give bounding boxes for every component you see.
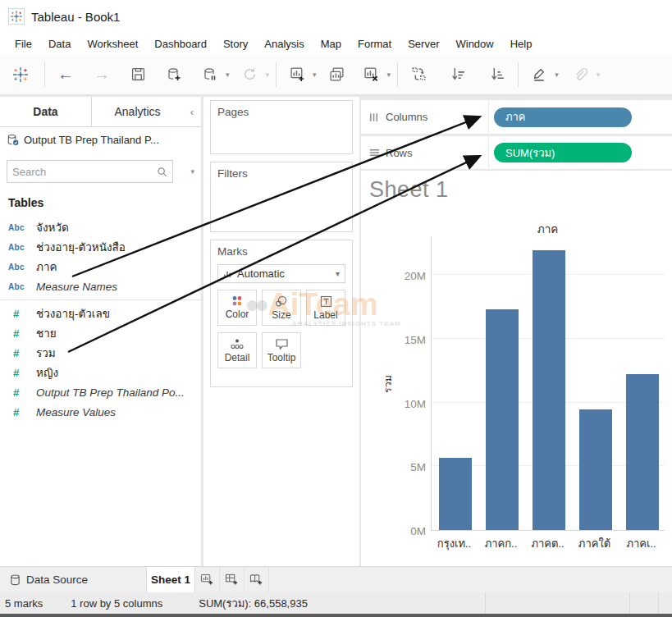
field-name: Measure Values bbox=[36, 406, 116, 418]
pause-updates-caret-icon[interactable]: ▾ bbox=[226, 71, 230, 79]
sort-ascending-icon[interactable] bbox=[444, 61, 472, 89]
collapse-panel-icon[interactable]: ‹ bbox=[183, 97, 201, 126]
bar-mark[interactable] bbox=[626, 374, 659, 530]
tooltip-button[interactable]: Tooltip bbox=[262, 332, 301, 368]
string-type-icon: Abc bbox=[8, 223, 30, 232]
tableau-logo-icon bbox=[8, 8, 25, 25]
y-axis-title[interactable]: รวม bbox=[380, 375, 396, 393]
sheet1-tab[interactable]: Sheet 1 bbox=[146, 567, 195, 592]
bar-mark[interactable] bbox=[533, 250, 565, 530]
menu-item-story[interactable]: Story bbox=[215, 35, 256, 53]
bar-mark[interactable] bbox=[579, 409, 612, 530]
number-type-icon: # bbox=[8, 347, 30, 359]
menu-item-data[interactable]: Data bbox=[40, 35, 79, 53]
pause-auto-updates-icon[interactable] bbox=[196, 61, 224, 89]
search-input[interactable] bbox=[12, 166, 157, 178]
dimensions-measures-divider bbox=[0, 299, 201, 300]
sort-descending-icon[interactable] bbox=[483, 61, 511, 89]
field-row[interactable]: #ช่วงอายุ-ตัวเลข bbox=[0, 304, 201, 323]
field-row[interactable]: #Measure Values bbox=[0, 402, 201, 422]
columns-shelf[interactable]: Columns ภาค bbox=[361, 100, 672, 134]
menu-item-file[interactable]: File bbox=[7, 35, 40, 53]
mark-type-dropdown[interactable]: Automatic ▾ bbox=[217, 264, 345, 283]
x-axis-category-label[interactable]: ภาคใต้ bbox=[571, 535, 618, 552]
clear-sheet-icon[interactable] bbox=[358, 61, 386, 89]
new-worksheet-caret-icon[interactable]: ▾ bbox=[313, 71, 317, 79]
redo-forward-icon: → bbox=[88, 61, 116, 89]
columns-pill[interactable]: ภาค bbox=[494, 107, 632, 127]
swap-rows-columns-icon[interactable] bbox=[405, 61, 432, 89]
size-label: Size bbox=[272, 309, 290, 321]
new-story-tab-button[interactable] bbox=[245, 567, 269, 592]
view-options-grid-icon[interactable] bbox=[184, 167, 185, 177]
menu-item-worksheet[interactable]: Worksheet bbox=[79, 35, 146, 53]
rows-shelf-label: Rows bbox=[361, 147, 488, 159]
x-axis-category-label[interactable]: ภาคต.. bbox=[524, 535, 571, 552]
field-row[interactable]: AbcMeasure Names bbox=[0, 277, 201, 296]
new-dashboard-tab-button[interactable] bbox=[220, 567, 245, 592]
datasource-item[interactable]: Output TB Prep Thailand P... bbox=[0, 127, 201, 152]
new-worksheet-icon[interactable] bbox=[283, 61, 311, 89]
field-row[interactable]: Abcภาค bbox=[0, 257, 201, 277]
x-axis-category-label[interactable]: กรุงเท.. bbox=[431, 535, 478, 552]
field-row[interactable]: #หญิง bbox=[0, 363, 201, 382]
chart-column-header[interactable]: ภาค bbox=[431, 220, 665, 238]
color-button[interactable]: Color bbox=[217, 290, 257, 326]
refresh-caret-icon: ▾ bbox=[266, 71, 270, 79]
worksheet-panel: Columns ภาค Rows SUM(รวม) Sheet 1 ภาค รว… bbox=[361, 97, 672, 566]
filter-funnel-icon[interactable] bbox=[178, 166, 179, 177]
rows-pills: SUM(รวม) bbox=[488, 136, 672, 169]
tab-analytics[interactable]: Analytics bbox=[92, 97, 183, 126]
status-row-col-count: 1 row by 5 columns bbox=[71, 597, 162, 610]
undo-back-icon[interactable]: ← bbox=[52, 61, 80, 89]
x-axis-category-label[interactable]: ภาคก.. bbox=[478, 535, 524, 552]
menu-item-window[interactable]: Window bbox=[447, 35, 501, 53]
titlebar: Tableau - Book1 bbox=[0, 0, 672, 33]
string-type-icon: Abc bbox=[8, 282, 30, 291]
field-row[interactable]: #ชาย bbox=[0, 323, 201, 343]
field-row[interactable]: Abcจังหวัด bbox=[0, 217, 201, 237]
search-box[interactable] bbox=[7, 160, 173, 183]
view-options-caret-icon[interactable]: ▾ bbox=[190, 167, 194, 176]
bar-mark[interactable] bbox=[439, 458, 472, 530]
menu-item-server[interactable]: Server bbox=[400, 35, 447, 53]
filters-shelf[interactable]: Filters bbox=[210, 162, 353, 232]
pages-shelf[interactable]: Pages bbox=[210, 100, 353, 154]
field-name: ภาค bbox=[36, 258, 57, 276]
tab-data[interactable]: Data bbox=[0, 97, 92, 126]
rows-icon bbox=[369, 148, 380, 158]
size-button[interactable]: Size bbox=[262, 290, 301, 326]
data-source-tab[interactable]: Data Source bbox=[0, 567, 146, 592]
detail-button[interactable]: Detail bbox=[217, 332, 257, 368]
menu-item-analysis[interactable]: Analysis bbox=[256, 35, 312, 53]
highlight-icon[interactable] bbox=[525, 61, 553, 89]
rows-pill[interactable]: SUM(รวม) bbox=[494, 143, 632, 162]
cards-panel: Pages Filters Marks Automatic ▾ bbox=[203, 97, 359, 566]
toolbar-separator bbox=[276, 62, 277, 87]
highlight-caret-icon[interactable]: ▾ bbox=[555, 71, 559, 79]
x-axis-category-label[interactable]: ภาคเ.. bbox=[618, 535, 665, 552]
tables-heading: Tables bbox=[0, 183, 201, 216]
save-icon[interactable] bbox=[124, 61, 152, 89]
sheet-tabstrip: Data Source Sheet 1 bbox=[0, 566, 672, 592]
menu-item-dashboard[interactable]: Dashboard bbox=[146, 35, 215, 53]
number-type-icon: # bbox=[8, 406, 30, 418]
toolbar: ← → ▾ ▾ bbox=[0, 54, 672, 95]
clear-sheet-caret-icon[interactable]: ▾ bbox=[387, 71, 391, 79]
tableau-home-icon[interactable] bbox=[7, 61, 34, 89]
menu-item-help[interactable]: Help bbox=[502, 35, 541, 53]
menu-item-format[interactable]: Format bbox=[350, 35, 400, 53]
bar-mark[interactable] bbox=[486, 309, 519, 530]
field-row[interactable]: Abcช่วงอายุ-ตัวหนังสือ bbox=[0, 237, 201, 257]
sheet-title: Sheet 1 bbox=[369, 177, 449, 203]
field-row[interactable]: #Output TB Prep Thailand Po... bbox=[0, 382, 201, 402]
rows-shelf[interactable]: Rows SUM(รวม) bbox=[361, 136, 672, 169]
field-row[interactable]: #รวม bbox=[0, 343, 201, 363]
label-button[interactable]: Label bbox=[306, 290, 345, 326]
new-worksheet-tab-button[interactable] bbox=[195, 567, 220, 592]
duplicate-sheet-icon[interactable] bbox=[323, 61, 351, 89]
marks-card: Marks Automatic ▾ Color bbox=[210, 240, 353, 387]
menu-item-map[interactable]: Map bbox=[313, 35, 350, 53]
new-datasource-icon[interactable] bbox=[160, 61, 188, 89]
field-name: ช่วงอายุ-ตัวเลข bbox=[36, 304, 110, 322]
